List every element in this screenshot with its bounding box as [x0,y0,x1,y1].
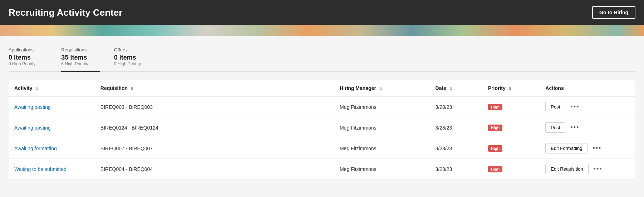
cell-date-3: 3/28/23 [430,159,482,180]
tab-requisitions-label: Requisitions [61,47,88,52]
tab-offers-priority: 0 High Priority [114,61,141,66]
tab-offers-label: Offers [114,47,141,52]
cell-activity-0: Awaiting posting [9,96,95,117]
tab-applications-priority: 0 High Priority [9,61,35,66]
tab-offers-count: 0 Items [114,54,141,61]
cell-actions-0: Post ••• [540,96,635,117]
col-header-hiring-manager[interactable]: Hiring Manager ⇅ [334,80,430,96]
cell-requisition-2: BIREQ007 - BIREQ007 [95,138,334,159]
cell-hiring-manager-2: Meg Fitzimmons [334,138,430,159]
primary-action-button-0[interactable]: Post [545,102,565,112]
tab-requisitions[interactable]: Requisitions 35 Items 6 High Priority [61,43,99,72]
tab-applications[interactable]: Applications 0 Items 0 High Priority [9,43,47,72]
cell-requisition-3: BIREQ004 - BIREQ004 [95,159,334,180]
activity-link-2[interactable]: Awaiting formatting [14,146,57,151]
more-actions-button-1[interactable]: ••• [568,122,581,133]
tab-offers[interactable]: Offers 0 Items 0 High Priority [114,43,152,72]
col-header-actions: Actions [540,80,635,96]
tab-applications-count: 0 Items [9,54,35,61]
table-row: Waiting to be submitted BIREQ004 - BIREQ… [9,159,635,180]
activity-link-3[interactable]: Waiting to be submitted [14,166,67,172]
tab-applications-label: Applications [9,47,35,52]
cell-actions-3: Edit Requisition ••• [540,159,635,180]
decorative-banner [0,25,644,36]
table-row: Awaiting formatting BIREQ007 - BIREQ007 … [9,138,635,159]
cell-date-1: 3/28/23 [430,117,482,138]
table-row: Awaiting posting BIREQ0124 - BIREQ0124 M… [9,117,635,138]
primary-action-button-3[interactable]: Edit Requisition [545,164,588,174]
cell-hiring-manager-0: Meg Fitzimmons [334,96,430,117]
activity-link-1[interactable]: Awaiting posting [14,125,51,131]
cell-priority-1: High [482,117,540,138]
primary-action-button-2[interactable]: Edit Formatting [545,143,588,153]
cell-priority-0: High [482,96,540,117]
activity-link-0[interactable]: Awaiting posting [14,104,51,110]
cell-hiring-manager-1: Meg Fitzimmons [334,117,430,138]
cell-priority-2: High [482,138,540,159]
priority-badge-2: High [488,145,502,152]
main-content: Applications 0 Items 0 High Priority Req… [0,36,644,186]
more-actions-button-2[interactable]: ••• [590,143,604,153]
go-to-hiring-button[interactable]: Go to Hiring [592,6,635,19]
sort-icon-requisition: ⇅ [131,87,133,91]
tab-requisitions-count: 35 Items [61,54,88,61]
col-header-requisition[interactable]: Requisition ⇅ [95,80,334,96]
page-title: Recruiting Activity Center [9,7,122,18]
cell-activity-3: Waiting to be submitted [9,159,95,180]
data-table: Activity ⇅ Requisition ⇅ Hiring Manager … [9,80,635,179]
cell-date-2: 3/28/23 [430,138,482,159]
sort-icon-hiring-manager: ⇅ [379,87,382,91]
col-header-priority[interactable]: Priority ⇅ [482,80,540,96]
cell-activity-1: Awaiting posting [9,117,95,138]
col-header-activity[interactable]: Activity ⇅ [9,80,95,96]
cell-date-0: 3/28/23 [430,96,482,117]
tab-requisitions-priority: 6 High Priority [61,61,88,66]
cell-priority-3: High [482,159,540,180]
cell-hiring-manager-3: Meg Fitzimmons [334,159,430,180]
cell-requisition-0: BIREQ003 - BIREQ003 [95,96,334,117]
priority-badge-1: High [488,125,502,131]
more-actions-button-0[interactable]: ••• [568,102,581,112]
table-row: Awaiting posting BIREQ003 - BIREQ003 Meg… [9,96,635,117]
priority-badge-3: High [488,166,502,172]
tabs-container: Applications 0 Items 0 High Priority Req… [9,43,635,72]
header: Recruiting Activity Center Go to Hiring [0,0,644,25]
primary-action-button-1[interactable]: Post [545,122,565,133]
sort-icon-activity: ⇅ [35,87,38,91]
more-actions-button-3[interactable]: ••• [591,164,605,174]
col-header-date[interactable]: Date ⇅ [430,80,482,96]
sort-icon-date: ⇅ [449,87,452,91]
cell-actions-1: Post ••• [540,117,635,138]
cell-actions-2: Edit Formatting ••• [540,138,635,159]
cell-activity-2: Awaiting formatting [9,138,95,159]
sort-icon-priority: ⇅ [508,87,511,91]
cell-requisition-1: BIREQ0124 - BIREQ0124 [95,117,334,138]
priority-badge-0: High [488,104,502,110]
